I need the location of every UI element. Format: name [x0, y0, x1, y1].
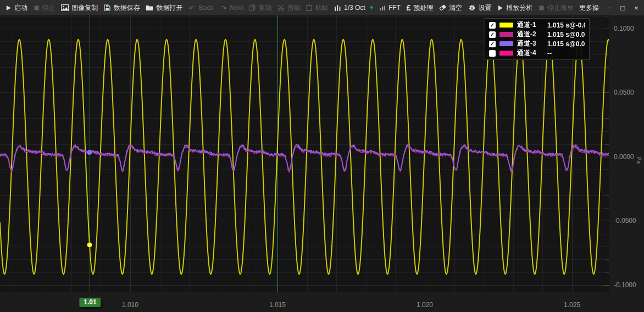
legend-channel-readout: 1.015 s@0.002 Pa [547, 31, 585, 39]
legend-channel-readout: -- [547, 50, 552, 57]
toolbar-item-label: 剪贴 [287, 3, 301, 13]
channel-1-color-swatch [499, 23, 513, 28]
save-icon [104, 4, 111, 11]
cut-button: 剪贴 [277, 3, 301, 13]
toolbar-item-label: 预处理 [414, 3, 434, 13]
play-icon [5, 5, 12, 11]
cursor-time-badge[interactable]: 1.01 [79, 298, 101, 307]
close-button[interactable]: × [634, 4, 639, 12]
app-window: 启动停止图像复制数据保存数据打开BackNext复制剪贴粘贴1/3 Oct▼FF… [0, 0, 644, 312]
toolbar-item-label: 粘贴 [315, 3, 328, 13]
play-icon [497, 5, 503, 11]
bars-icon [334, 4, 341, 12]
redo-icon [219, 5, 227, 10]
octave-selector-button[interactable]: 1/3 Oct▼ [334, 4, 374, 12]
dropdown-arrow-icon: ▼ [369, 5, 374, 10]
channel-3-color-swatch [499, 41, 513, 46]
paste-button: 粘贴 [306, 3, 328, 13]
y-axis: Pa 0.10000.05000.0000-0.0500-0.1000 [609, 15, 644, 292]
stop-icon [538, 5, 545, 11]
scissors-icon [277, 4, 285, 11]
toolbar-item-label: 数据打开 [156, 3, 182, 13]
y-tick-label: 0.0500 [614, 89, 634, 96]
toolbar-item-label: 1/3 Oct [344, 4, 365, 12]
legend-row-channel-2[interactable]: ✓通道-21.015 s@0.002 Pa [485, 30, 589, 39]
window-controls: −□× [607, 4, 639, 12]
fft-button[interactable]: FFT [380, 4, 401, 12]
channel-3-checkbox[interactable]: ✓ [489, 41, 496, 47]
gear-icon [468, 4, 476, 12]
toolbar-item-label: Back [199, 4, 214, 12]
settings-button[interactable]: 设置 [468, 3, 492, 13]
toolbar-item-label: 启动 [14, 3, 27, 13]
image-copy-button[interactable]: 图像复制 [61, 3, 98, 13]
legend-channel-label: 通道-4 [517, 48, 543, 58]
stop-button: 停止 [34, 3, 55, 13]
toolbar-item-label: 清空 [449, 3, 462, 13]
pound-icon: £ [407, 4, 411, 12]
toolbar-item-label: 复制 [258, 3, 271, 13]
legend-row-channel-3[interactable]: ✓通道-31.015 s@0.002 Pa [485, 39, 589, 48]
clear-icon [439, 4, 446, 11]
maximize-button[interactable]: □ [621, 4, 625, 12]
fft-icon [380, 6, 386, 10]
toolbar-item-label: 播放分析 [506, 3, 532, 13]
back-button: Back [188, 4, 214, 12]
y-tick-label: 0.1000 [614, 25, 634, 32]
play-analysis-button[interactable]: 播放分析 [497, 3, 532, 13]
preprocess-button[interactable]: £预处理 [407, 3, 434, 13]
copy-button: 复制 [249, 3, 271, 13]
undo-icon [188, 5, 196, 10]
folder-icon [146, 4, 153, 11]
stop-icon [34, 5, 40, 11]
x-tick-label: 1.015 [269, 301, 286, 309]
toolbar-item-label: 停止 [42, 3, 55, 13]
legend-channel-label: 通道-3 [517, 39, 543, 48]
channel-2-color-swatch [499, 32, 513, 37]
channel-4-color-swatch [499, 51, 513, 56]
toolbar-item-label: FFT [388, 4, 401, 12]
y-tick-label: 0.0000 [614, 153, 634, 161]
data-save-button[interactable]: 数据保存 [104, 3, 140, 13]
minimize-button[interactable]: − [607, 4, 612, 12]
clipboard-icon [306, 4, 312, 11]
x-tick-label: 1.020 [417, 301, 433, 309]
channel-1-checkbox[interactable]: ✓ [489, 22, 496, 29]
data-open-button[interactable]: 数据打开 [146, 3, 182, 13]
y-axis-unit: Pa [636, 156, 642, 163]
y-tick-label: -0.0500 [614, 217, 636, 225]
legend-row-channel-1[interactable]: ✓通道-11.015 s@-0.024 P [485, 20, 589, 30]
toolbar: 启动停止图像复制数据保存数据打开BackNext复制剪贴粘贴1/3 Oct▼FF… [0, 0, 644, 15]
stop-playback-button: 停止播放 [538, 3, 574, 13]
cursor-dot-通道-3[interactable] [87, 150, 92, 155]
toolbar-item-label: 停止播放 [547, 3, 574, 13]
legend-channel-readout: 1.015 s@0.002 Pa [547, 40, 585, 48]
channel-2-checkbox[interactable]: ✓ [489, 31, 496, 38]
toolbar-item-label: 图像复制 [71, 3, 98, 13]
x-tick-label: 1.010 [122, 301, 138, 309]
cursor-dot-通道-1[interactable] [87, 242, 92, 247]
legend-row-channel-4[interactable]: 通道-4-- [485, 48, 589, 58]
legend-channel-label: 通道-1 [517, 20, 543, 30]
x-tick-label: 1.025 [564, 301, 580, 309]
legend-channel-readout: 1.015 s@-0.024 P [547, 21, 585, 29]
copy-icon [249, 4, 256, 11]
toolbar-item-label: 设置 [479, 3, 492, 13]
legend-panel: ✓通道-11.015 s@-0.024 P✓通道-21.015 s@0.002 … [485, 18, 590, 60]
start-button[interactable]: 启动 [5, 3, 27, 13]
y-tick-label: -0.1000 [614, 281, 636, 289]
more-actions-button[interactable]: 更多操 [579, 3, 599, 13]
legend-channel-label: 通道-2 [517, 30, 543, 39]
clear-button[interactable]: 清空 [439, 3, 462, 13]
toolbar-item-label: 数据保存 [114, 3, 140, 13]
image-icon [61, 4, 69, 11]
toolbar-item-label: Next [230, 4, 243, 12]
toolbar-item-label: 更多操 [579, 3, 599, 13]
channel-4-checkbox[interactable] [489, 50, 496, 57]
next-button: Next [219, 4, 243, 12]
